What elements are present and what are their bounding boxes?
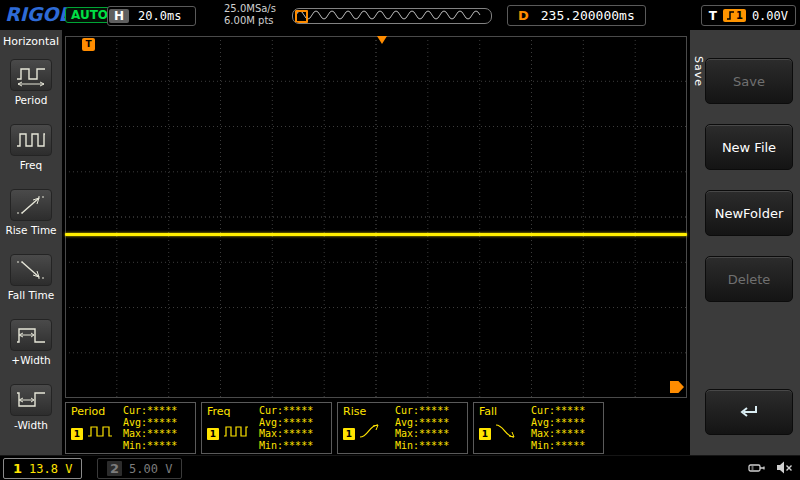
- trigger-level-marker: T: [82, 38, 95, 51]
- sample-rate: 25.0MSa/s: [224, 3, 276, 15]
- period-icon: [10, 59, 52, 91]
- menu-item-plus-width[interactable]: +Width: [0, 310, 62, 375]
- menu-item-label: Period: [15, 94, 48, 106]
- delay-label: D: [518, 8, 529, 23]
- memory-waveform-icon: [293, 9, 489, 21]
- measurement-max: Max:*****: [395, 428, 449, 440]
- graticule: [65, 36, 687, 398]
- channel-1-scale: 13.8 V: [29, 462, 72, 476]
- channel-2-scale: 5.00 V: [129, 462, 172, 476]
- trigger-source-badge: 1: [723, 9, 746, 22]
- bottom-bar: 1 13.8 V 2 5.00 V: [0, 455, 800, 480]
- horizontal-timebase-readout: H 20.0ms: [107, 6, 196, 26]
- measurement-cur: Cur:*****: [531, 405, 585, 417]
- measurement-name: Period: [71, 405, 123, 418]
- trigger-readout: T 1 0.00V: [701, 5, 796, 26]
- channel-1-badge: 1: [479, 428, 491, 440]
- measurement-avg: Avg:*****: [259, 417, 313, 429]
- menu-item-rise-time[interactable]: Rise Time: [0, 180, 62, 245]
- measurement-row: Period 1 Cur:***** Avg:***** Max:***** M…: [65, 402, 604, 454]
- trigger-source: 1: [736, 10, 743, 21]
- measurement-max: Max:*****: [531, 428, 585, 440]
- delete-button[interactable]: Delete: [705, 256, 793, 302]
- fall-glyph-icon: [494, 422, 522, 440]
- rise-glyph-icon: [358, 422, 386, 440]
- rising-edge-icon: [726, 10, 735, 21]
- rigol-logo: RIGOL: [5, 3, 71, 25]
- freq-icon: [10, 124, 52, 156]
- save-button[interactable]: Save: [705, 58, 793, 104]
- channel-1-number: 1: [13, 461, 22, 476]
- measurement-freq: Freq 1 Cur:***** Avg:***** Max:***** Min…: [201, 402, 332, 454]
- measurement-period: Period 1 Cur:***** Avg:***** Max:***** M…: [65, 402, 196, 454]
- trigger-level: 0.00V: [752, 9, 788, 23]
- measurement-cur: Cur:*****: [395, 405, 449, 417]
- measurement-rise: Rise 1 Cur:***** Avg:***** Max:***** Min…: [337, 402, 468, 454]
- delay-value: 235.200000ms: [541, 8, 635, 23]
- memory-window-marker: [295, 10, 308, 23]
- left-menu-title: Horizontal: [0, 30, 62, 50]
- channel-1-badge: 1: [207, 428, 219, 440]
- measurement-name: Fall: [479, 405, 531, 418]
- channel-1-badge: 1: [343, 428, 355, 440]
- channel-1-status[interactable]: 1 13.8 V: [3, 458, 82, 479]
- back-button[interactable]: [705, 389, 793, 435]
- return-arrow-icon: [737, 403, 761, 421]
- measurement-cur: Cur:*****: [259, 405, 313, 417]
- speaker-muted-icon: [776, 460, 794, 475]
- measurement-name: Rise: [343, 405, 395, 418]
- menu-item-label: -Width: [14, 419, 48, 431]
- menu-item-minus-width[interactable]: -Width: [0, 375, 62, 440]
- channel-2-status[interactable]: 2 5.00 V: [97, 458, 182, 479]
- delay-readout: D 235.200000ms: [507, 5, 646, 26]
- menu-item-period[interactable]: Period: [0, 50, 62, 115]
- horizontal-label: H: [109, 9, 129, 23]
- rise-time-icon: [10, 189, 52, 221]
- ch1-trace: [65, 233, 687, 236]
- menu-item-freq[interactable]: Freq: [0, 115, 62, 180]
- measurement-max: Max:*****: [259, 428, 313, 440]
- timebase-value: 20.0ms: [130, 9, 195, 23]
- memory-position-bar: [292, 8, 492, 24]
- fall-time-icon: [10, 254, 52, 286]
- menu-item-label: Fall Time: [8, 289, 54, 301]
- menu-item-label: Freq: [20, 159, 43, 171]
- horizontal-measure-menu: Horizontal Period Freq Rise Time: [0, 30, 62, 455]
- measurement-min: Min:*****: [395, 440, 449, 452]
- menu-item-label: +Width: [11, 354, 50, 366]
- period-glyph-icon: [86, 422, 114, 440]
- waveform-display: T Period 1 Cur:***** Avg:***** Max:*****…: [62, 30, 690, 455]
- new-file-button[interactable]: New File: [705, 124, 793, 170]
- usb-icon: [748, 461, 768, 475]
- measurement-max: Max:*****: [123, 428, 177, 440]
- new-folder-button[interactable]: NewFolder: [705, 190, 793, 236]
- trigger-position-marker: [377, 36, 387, 44]
- memory-depth: 6.00M pts: [224, 15, 276, 27]
- channel-1-badge: 1: [71, 428, 83, 440]
- measurement-avg: Avg:*****: [123, 417, 177, 429]
- freq-glyph-icon: [222, 422, 250, 440]
- minus-width-icon: [10, 384, 52, 416]
- acquisition-info: 25.0MSa/s 6.00M pts: [224, 3, 276, 27]
- measurement-min: Min:*****: [531, 440, 585, 452]
- measurement-name: Freq: [207, 405, 259, 418]
- measurement-cur: Cur:*****: [123, 405, 177, 417]
- top-bar: RIGOL AUTO H 20.0ms 25.0MSa/s 6.00M pts …: [0, 0, 800, 30]
- trigger-label: T: [709, 9, 717, 23]
- menu-item-fall-time[interactable]: Fall Time: [0, 245, 62, 310]
- menu-item-label: Rise Time: [5, 224, 56, 236]
- measurement-avg: Avg:*****: [531, 417, 585, 429]
- menu-tab-save: Save: [692, 56, 705, 87]
- measurement-avg: Avg:*****: [395, 417, 449, 429]
- measurement-min: Min:*****: [259, 440, 313, 452]
- plus-width-icon: [10, 319, 52, 351]
- save-menu: Save Save New File NewFolder Delete: [690, 30, 800, 455]
- measurement-fall: Fall 1 Cur:***** Avg:***** Max:***** Min…: [473, 402, 604, 454]
- channel-2-number: 2: [107, 461, 122, 476]
- measurement-min: Min:*****: [123, 440, 177, 452]
